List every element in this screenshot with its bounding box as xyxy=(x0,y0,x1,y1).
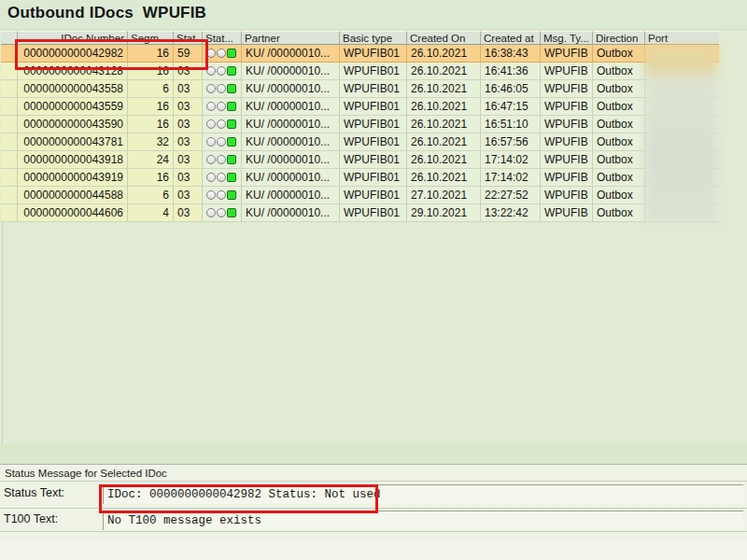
cell-basic: WPUFIB01 xyxy=(340,204,407,222)
column-header-created_on[interactable]: Created On xyxy=(407,31,481,45)
table-row[interactable]: 0000000000044588603KU/ /00000010...WPUFI… xyxy=(1,187,719,204)
cell-idoc: 0000000000043590 xyxy=(18,116,128,133)
cell-basic: WPUFIB01 xyxy=(340,169,407,187)
cell-created_at: 16:38:43 xyxy=(481,45,541,63)
cell-created_on: 26.10.2021 xyxy=(407,169,481,187)
table-row[interactable]: 00000000000429821659KU/ /00000010...WPUF… xyxy=(1,44,719,63)
column-header-port[interactable]: Port xyxy=(645,31,719,45)
cell-sel xyxy=(1,187,18,204)
status-cell xyxy=(203,204,242,222)
cell-msg: WPUFIB xyxy=(541,169,593,187)
cell-msg: WPUFIB xyxy=(541,204,593,222)
status-cell xyxy=(203,98,242,116)
cell-partner: KU/ /00000010... xyxy=(242,45,340,63)
cell-msg: WPUFIB xyxy=(541,187,593,204)
cell-idoc: 0000000000044606 xyxy=(18,204,128,222)
cell-sel xyxy=(1,204,18,222)
cell-idoc: 0000000000044588 xyxy=(18,187,128,204)
cell-created_on: 26.10.2021 xyxy=(407,45,481,63)
column-header-partner[interactable]: Partner xyxy=(242,31,340,45)
status-panel-header: Status Message for Selected IDoc xyxy=(5,468,167,479)
status-cell xyxy=(203,133,242,151)
cell-stat: 03 xyxy=(174,187,203,204)
cell-created_at: 22:27:52 xyxy=(481,187,541,204)
cell-created_at: 16:46:05 xyxy=(481,80,541,98)
column-header-stat[interactable]: Stat... xyxy=(174,31,203,45)
cell-dir: Outbox xyxy=(593,80,645,98)
status-traffic-light-icon[interactable] xyxy=(206,137,236,147)
separator-line xyxy=(0,531,747,532)
cell-idoc: 0000000000042982 xyxy=(18,45,128,63)
status-traffic-light-icon[interactable] xyxy=(206,119,236,129)
cell-basic: WPUFIB01 xyxy=(340,187,407,204)
cell-segm: 6 xyxy=(128,187,174,204)
status-traffic-light-icon[interactable] xyxy=(206,208,236,217)
status-traffic-light-icon[interactable] xyxy=(206,190,236,200)
column-header-segm[interactable]: Segm... xyxy=(128,31,174,45)
cell-basic: WPUFIB01 xyxy=(340,45,407,63)
splitter-bar[interactable] xyxy=(0,444,747,465)
column-header-lights[interactable]: Stat... xyxy=(203,31,242,45)
table-header-row: IDoc NumberSegm...Stat...Stat...PartnerB… xyxy=(1,31,719,45)
cell-created_on: 29.10.2021 xyxy=(407,204,481,222)
cell-segm: 24 xyxy=(128,151,174,169)
cell-msg: WPUFIB xyxy=(541,151,593,169)
status-text-label: Status Text: xyxy=(4,486,64,499)
cell-segm: 16 xyxy=(128,63,174,80)
cell-segm: 16 xyxy=(128,98,174,116)
cell-stat: 03 xyxy=(174,63,203,80)
table-row[interactable]: 00000000000435591603KU/ /00000010...WPUF… xyxy=(1,98,719,116)
cell-basic: WPUFIB01 xyxy=(340,116,407,133)
status-traffic-light-icon[interactable] xyxy=(206,155,236,164)
table-row[interactable]: 00000000000435901603KU/ /00000010...WPUF… xyxy=(1,116,719,133)
cell-dir: Outbox xyxy=(593,169,645,187)
idoc-table-body: 00000000000429821659KU/ /00000010...WPUF… xyxy=(1,44,719,222)
cell-created_on: 26.10.2021 xyxy=(407,133,481,151)
table-row[interactable]: 0000000000044606403KU/ /00000010...WPUFI… xyxy=(1,204,719,222)
cell-partner: KU/ /00000010... xyxy=(242,116,340,133)
status-cell xyxy=(203,169,242,187)
table-row[interactable]: 00000000000439182403KU/ /00000010...WPUF… xyxy=(1,151,719,169)
status-traffic-light-icon[interactable] xyxy=(206,49,236,58)
table-row[interactable]: 0000000000043558603KU/ /00000010...WPUFI… xyxy=(1,80,719,98)
status-cell xyxy=(203,187,242,204)
status-traffic-light-icon[interactable] xyxy=(206,66,236,76)
table-row[interactable]: 00000000000437813203KU/ /00000010...WPUF… xyxy=(1,133,719,151)
column-header-sel[interactable] xyxy=(1,31,18,45)
cell-stat: 03 xyxy=(174,169,203,187)
cell-sel xyxy=(1,63,18,80)
table-row[interactable]: 00000000000431281603KU/ /00000010...WPUF… xyxy=(1,63,719,80)
column-header-idoc[interactable]: IDoc Number xyxy=(18,31,128,45)
cell-basic: WPUFIB01 xyxy=(340,63,407,80)
cell-created_on: 27.10.2021 xyxy=(407,187,481,204)
separator-line xyxy=(0,481,747,482)
column-header-dir[interactable]: Direction xyxy=(593,31,645,45)
cell-dir: Outbox xyxy=(593,187,645,204)
cell-partner: KU/ /00000010... xyxy=(242,151,340,169)
bottom-strip xyxy=(0,542,747,560)
cell-created_on: 26.10.2021 xyxy=(407,116,481,133)
status-traffic-light-icon[interactable] xyxy=(206,102,236,111)
cell-msg: WPUFIB xyxy=(541,63,593,80)
status-cell xyxy=(203,45,242,63)
cell-idoc: 0000000000043918 xyxy=(18,151,128,169)
status-traffic-light-icon[interactable] xyxy=(206,84,236,93)
status-traffic-light-icon[interactable] xyxy=(206,173,236,182)
cell-created_on: 26.10.2021 xyxy=(407,80,481,98)
cell-stat: 03 xyxy=(174,151,203,169)
table-row[interactable]: 00000000000439191603KU/ /00000010...WPUF… xyxy=(1,169,719,187)
cell-segm: 16 xyxy=(128,169,174,187)
column-header-msg[interactable]: Msg. Ty... xyxy=(541,31,593,45)
cell-idoc: 0000000000043559 xyxy=(18,98,128,116)
t100-text-field[interactable]: No T100 message exists xyxy=(103,511,743,530)
cell-idoc: 0000000000043781 xyxy=(18,133,128,151)
cell-partner: KU/ /00000010... xyxy=(242,98,340,116)
cell-dir: Outbox xyxy=(593,116,645,133)
cell-basic: WPUFIB01 xyxy=(340,133,407,151)
column-header-basic[interactable]: Basic type xyxy=(340,31,407,45)
column-header-created_at[interactable]: Created at xyxy=(481,31,541,45)
cell-sel xyxy=(1,98,18,116)
cell-segm: 16 xyxy=(128,45,174,63)
status-text-field[interactable]: IDoc: 0000000000042982 Status: Not used xyxy=(103,484,743,504)
idoc-table: IDoc NumberSegm...Stat...Stat...PartnerB… xyxy=(1,31,719,222)
